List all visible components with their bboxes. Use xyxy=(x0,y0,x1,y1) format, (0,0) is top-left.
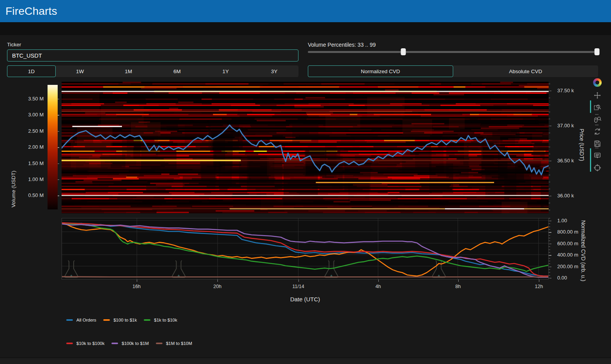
cvd-minor-tick xyxy=(549,252,550,253)
footer-strip xyxy=(0,357,611,364)
date-tick xyxy=(137,280,137,282)
cvd-minor-tick xyxy=(549,232,550,232)
ticker-input[interactable] xyxy=(7,49,298,62)
cvd-minor-tick xyxy=(549,227,550,227)
colorbar-tick xyxy=(58,179,59,180)
colorbar-tick-label: 3.50 M xyxy=(20,96,44,102)
legend-swatch xyxy=(66,343,73,344)
volume-axis-label: Volume (USDT) xyxy=(11,166,16,213)
legend-item--100-to-1k[interactable]: $100 to $1k xyxy=(103,318,137,322)
price-minor-tick xyxy=(549,161,550,161)
range-button-1w[interactable]: 1W xyxy=(56,65,104,77)
chart-legend-row-2: $10k to $100k$100k to $1M$1M to $10M xyxy=(66,341,192,346)
price-axis-label: Price (USDT) xyxy=(579,123,585,166)
price-minor-tick xyxy=(549,133,550,133)
legend-item--1k-to-10k[interactable]: $1k to $10k xyxy=(144,318,177,322)
crosshair-tool-icon[interactable] xyxy=(592,163,602,173)
price-minor-tick xyxy=(549,98,550,98)
cvd-mode-button-absolute-cvd[interactable]: Absolute CVD xyxy=(453,65,599,77)
legend-swatch xyxy=(144,319,150,321)
colorbar-tick-label: 0.50 M xyxy=(20,192,44,199)
legend-swatch xyxy=(111,343,118,344)
percentile-slider[interactable] xyxy=(308,48,597,55)
ticker-label: Ticker xyxy=(7,42,21,47)
wheel-zoom-tool-icon[interactable] xyxy=(592,114,602,125)
price-tick-label: 36.50 k xyxy=(557,158,574,164)
price-minor-tick xyxy=(549,175,550,175)
cvd-axis-label: Normalized CVD (arb. u.) xyxy=(580,212,586,290)
legend-label: $100k to $1M xyxy=(122,341,149,346)
cvd-minor-tick xyxy=(549,221,550,221)
reset-tool-icon[interactable] xyxy=(592,127,602,137)
legend-label: $100 to $1k xyxy=(113,318,137,322)
save-tool-icon[interactable] xyxy=(592,139,602,149)
colorbar-tick-label: 1.50 M xyxy=(20,160,44,167)
colorbar-tick xyxy=(58,99,59,99)
date-tick xyxy=(539,280,539,282)
price-minor-tick xyxy=(549,182,550,182)
volume-heatmap-canvas[interactable] xyxy=(62,82,549,213)
range-button-1d[interactable]: 1D xyxy=(7,65,56,77)
price-minor-tick xyxy=(549,203,550,203)
colorbar-tick xyxy=(58,131,59,132)
bokeh-toolbar xyxy=(592,78,603,175)
slider-handle-low[interactable] xyxy=(401,48,406,55)
bokeh-logo-icon[interactable] xyxy=(593,78,602,87)
colorbar-tick-label: 2.00 M xyxy=(20,144,44,150)
header-strip xyxy=(0,22,611,35)
colorbar-tick xyxy=(58,164,59,164)
legend-item--10k-to-100k[interactable]: $10k to $100k xyxy=(66,341,104,346)
app-root: FireCharts Ticker 1D1W1M6M1Y3Y Volume Pe… xyxy=(0,0,611,364)
legend-swatch xyxy=(156,343,162,344)
cvd-minor-tick xyxy=(549,258,550,258)
range-button-6m[interactable]: 6M xyxy=(153,65,201,77)
date-tick-label: 12h xyxy=(527,283,551,290)
price-minor-tick xyxy=(549,154,550,154)
legend-label: All Orders xyxy=(76,318,96,322)
cvd-mode-button-normalized-cvd[interactable]: Normalized CVD xyxy=(308,65,453,77)
cvd-minor-tick xyxy=(549,229,550,230)
slider-track[interactable] xyxy=(308,51,597,53)
cvd-minor-tick xyxy=(549,264,550,264)
date-axis-label: Date (UTC) xyxy=(286,296,325,302)
range-button-3y[interactable]: 3Y xyxy=(250,65,298,77)
colorbar-tick-label: 2.50 M xyxy=(20,128,44,134)
date-tick xyxy=(458,280,459,282)
legend-label: $10k to $100k xyxy=(76,341,104,346)
price-minor-tick xyxy=(549,112,550,112)
cvd-tick-label: 600.00 m xyxy=(557,241,578,247)
legend-item-all-orders[interactable]: All Orders xyxy=(66,318,96,322)
cvd-minor-tick xyxy=(549,278,550,278)
price-minor-tick xyxy=(549,119,550,119)
date-tick-label: 11/14 xyxy=(287,283,310,290)
pan-tool-icon[interactable] xyxy=(592,90,602,100)
cvd-minor-tick xyxy=(549,272,550,273)
volume-colorbar xyxy=(48,85,58,209)
box-zoom-active-indicator xyxy=(590,100,591,113)
legend-swatch xyxy=(103,319,110,321)
range-button-1m[interactable]: 1M xyxy=(104,65,153,77)
date-tick-label: 8h xyxy=(447,283,470,290)
cvd-minor-tick xyxy=(549,250,550,250)
legend-label: $1k to $10k xyxy=(154,318,177,322)
price-minor-tick xyxy=(549,84,550,84)
cvd-plot-area[interactable] xyxy=(62,218,549,280)
legend-item--1m-to-10m[interactable]: $1M to $10M xyxy=(156,341,192,346)
cvd-minor-tick xyxy=(549,255,550,255)
range-button-1y[interactable]: 1Y xyxy=(201,65,250,77)
cvd-lines-svg[interactable] xyxy=(62,218,548,279)
hover-tool-icon[interactable] xyxy=(592,151,602,161)
cvd-series--1m-to-10m[interactable] xyxy=(62,277,548,277)
legend-item--100k-to-1m[interactable]: $100k to $1M xyxy=(111,341,149,346)
colorbar-tick xyxy=(58,147,59,148)
cvd-minor-tick xyxy=(549,269,550,270)
legend-swatch xyxy=(66,319,73,321)
cvd-tick-label: 800.00 m xyxy=(557,229,578,235)
cvd-minor-tick xyxy=(549,235,550,236)
cvd-tick-label: 0.00 xyxy=(557,275,567,281)
price-minor-tick xyxy=(549,105,550,105)
box-zoom-tool-icon[interactable] xyxy=(592,102,602,113)
cvd-minor-tick xyxy=(549,218,550,218)
cvd-minor-tick xyxy=(549,238,550,238)
slider-handle-high[interactable] xyxy=(595,48,600,55)
